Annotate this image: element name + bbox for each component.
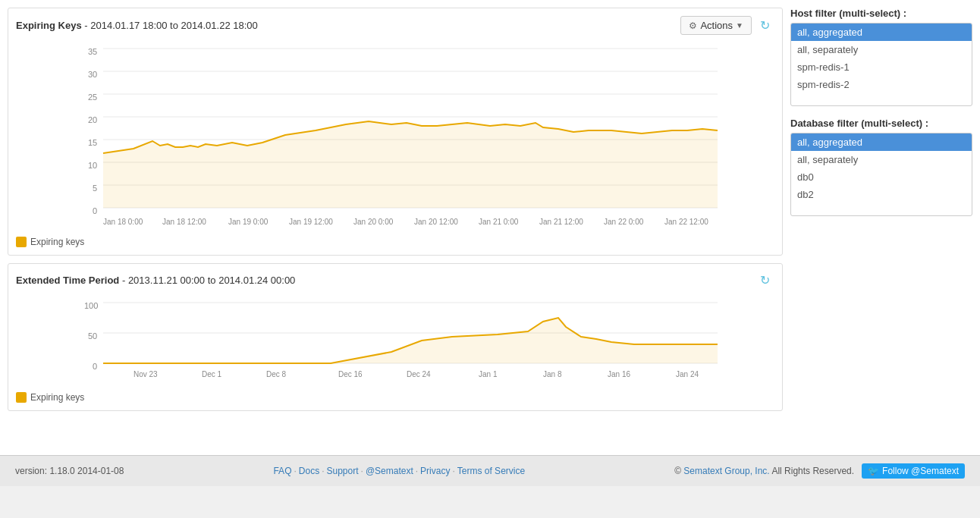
- main-chart-header: Expiring Keys - 2014.01.17 18:00 to 2014…: [16, 16, 774, 35]
- caret-down-icon: ▼: [736, 21, 743, 30]
- main-chart-panel: Expiring Keys - 2014.01.17 18:00 to 2014…: [8, 8, 783, 256]
- y-label-15: 15: [88, 138, 97, 147]
- x-label-jan19-12: Jan 19 12:00: [289, 218, 333, 226]
- ext-x-jan8: Jan 8: [543, 370, 562, 378]
- sep-2: ·: [322, 466, 324, 476]
- sep-5: ·: [452, 466, 454, 476]
- version-value: 1.18.0 2014-01-08: [49, 466, 124, 476]
- extended-chart-title: Extended Time Period - 2013.11.21 00:00 …: [16, 275, 295, 286]
- db-filter-listbox[interactable]: all, aggregated all, separately db0 db2: [790, 133, 972, 216]
- x-label-jan18-0: Jan 18 0:00: [103, 218, 143, 226]
- y-label-30: 30: [88, 70, 97, 79]
- ext-x-jan24: Jan 24: [676, 370, 699, 378]
- x-label-jan20-0: Jan 20 0:00: [353, 218, 394, 226]
- extended-chart-area: [103, 318, 718, 363]
- host-filter-section: Host filter (multi-select) : all, aggreg…: [790, 8, 972, 106]
- x-label-jan21-12: Jan 21 12:00: [539, 218, 583, 226]
- db-option-all-separately[interactable]: all, separately: [791, 151, 972, 168]
- extended-chart-header: Extended Time Period - 2013.11.21 00:00 …: [16, 272, 774, 289]
- db-filter-label: Database filter (multi-select) :: [790, 118, 972, 129]
- x-label-jan20-12: Jan 20 12:00: [414, 218, 458, 226]
- y-label-5: 5: [93, 184, 97, 193]
- db-option-db0[interactable]: db0: [791, 168, 972, 186]
- charts-area: Expiring Keys - 2014.01.17 18:00 to 2014…: [8, 8, 783, 447]
- ext-x-nov23: Nov 23: [133, 370, 158, 378]
- footer-right: © Sematext Group, Inc. All Rights Reserv…: [674, 463, 965, 479]
- footer-link-docs[interactable]: Docs: [299, 466, 319, 476]
- main-chart-area: [103, 121, 718, 208]
- x-label-jan21-0: Jan 21 0:00: [479, 218, 519, 226]
- twitter-follow-link[interactable]: 🐦 Follow @Sematext: [862, 463, 965, 479]
- ext-x-jan16: Jan 16: [608, 370, 630, 378]
- x-label-jan22-0: Jan 22 0:00: [604, 218, 644, 226]
- legend-color-expiring-keys: [16, 237, 27, 247]
- sep-3: ·: [361, 466, 363, 476]
- extended-chart-svg-container: 100 50 0 Nov 23 D: [16, 295, 774, 388]
- main-chart-date-range: 2014.01.17 18:00 to 2014.01.22 18:00: [90, 20, 257, 31]
- footer-version: version: 1.18.0 2014-01-08: [15, 466, 124, 476]
- y-label-0: 0: [93, 206, 97, 215]
- main-chart-refresh-button[interactable]: ↻: [755, 17, 774, 34]
- footer-link-support[interactable]: Support: [327, 466, 359, 476]
- footer-link-faq[interactable]: FAQ: [273, 466, 291, 476]
- x-label-jan22-12: Jan 22 12:00: [664, 218, 708, 226]
- main-chart-svg-container: 35 30 25 20 15 10 5 0: [16, 41, 774, 233]
- y-label-25: 25: [88, 93, 97, 102]
- sep-1: ·: [294, 466, 296, 476]
- x-label-jan18-12: Jan 18 12:00: [162, 218, 206, 226]
- ext-y-label-50: 50: [88, 331, 97, 341]
- copyright-symbol: ©: [674, 466, 681, 476]
- twitter-icon: 🐦: [868, 466, 879, 476]
- host-filter-label: Host filter (multi-select) :: [790, 8, 972, 19]
- footer-link-sematext[interactable]: @Sematext: [366, 466, 413, 476]
- main-legend-label: Expiring keys: [30, 237, 84, 247]
- footer-link-tos[interactable]: Terms of Service: [457, 466, 525, 476]
- main-chart-title: Expiring Keys - 2014.01.17 18:00 to 2014…: [16, 20, 258, 31]
- ext-legend-color: [16, 392, 27, 403]
- footer-link-privacy[interactable]: Privacy: [420, 466, 450, 476]
- ext-y-label-100: 100: [84, 301, 98, 310]
- main-chart-svg: 35 30 25 20 15 10 5 0: [16, 41, 774, 231]
- ext-y-label-0: 0: [93, 362, 97, 371]
- db-option-all-aggregated[interactable]: all, aggregated: [791, 133, 972, 151]
- extended-chart-date-range: 2013.11.21 00:00 to 2014.01.24 00:00: [128, 275, 295, 286]
- host-filter-listbox[interactable]: all, aggregated all, separately spm-redi…: [790, 23, 972, 106]
- footer: version: 1.18.0 2014-01-08 FAQ · Docs · …: [0, 455, 980, 486]
- sematext-link[interactable]: Sematext Group, Inc.: [683, 466, 769, 476]
- host-option-spm-redis-2[interactable]: spm-redis-2: [791, 76, 972, 93]
- extended-chart-separator: -: [122, 275, 128, 286]
- y-label-10: 10: [88, 161, 97, 170]
- ext-x-dec1: Dec 1: [202, 370, 222, 378]
- db-option-db2[interactable]: db2: [791, 186, 972, 203]
- actions-button[interactable]: ⚙ Actions ▼: [680, 16, 752, 35]
- footer-copyright: © Sematext Group, Inc. All Rights Reserv…: [674, 466, 854, 476]
- ext-x-dec8: Dec 8: [266, 370, 287, 378]
- footer-links: FAQ · Docs · Support · @Sematext · Priva…: [273, 466, 525, 476]
- ext-x-jan1: Jan 1: [479, 370, 498, 378]
- db-filter-section: Database filter (multi-select) : all, ag…: [790, 118, 972, 216]
- sidebar: Host filter (multi-select) : all, aggreg…: [790, 8, 972, 447]
- extended-chart-title-text: Extended Time Period: [16, 275, 119, 286]
- all-rights: All Rights Reserved.: [771, 466, 854, 476]
- extended-chart-controls: ↻: [755, 272, 774, 289]
- sep-4: ·: [416, 466, 418, 476]
- extended-chart-legend: Expiring keys: [16, 392, 774, 403]
- x-label-jan19-0: Jan 19 0:00: [228, 218, 269, 226]
- extended-chart-refresh-button[interactable]: ↻: [755, 272, 774, 289]
- main-chart-title-text: Expiring Keys: [16, 20, 82, 31]
- extended-legend-label: Expiring keys: [30, 392, 84, 403]
- extended-chart-panel: Extended Time Period - 2013.11.21 00:00 …: [8, 263, 783, 411]
- gear-icon: ⚙: [689, 20, 697, 31]
- host-option-all-separately[interactable]: all, separately: [791, 41, 972, 58]
- version-label: version:: [15, 466, 47, 476]
- ext-x-dec16: Dec 16: [338, 370, 363, 378]
- host-option-all-aggregated[interactable]: all, aggregated: [791, 24, 972, 41]
- twitter-follow-label: Follow @Sematext: [882, 466, 959, 476]
- y-label-20: 20: [88, 115, 97, 124]
- actions-label: Actions: [700, 20, 733, 31]
- host-option-spm-redis-1[interactable]: spm-redis-1: [791, 58, 972, 76]
- ext-x-dec24: Dec 24: [407, 370, 431, 378]
- y-label-35: 35: [88, 47, 97, 56]
- main-chart-legend: Expiring keys: [16, 237, 774, 247]
- main-chart-controls: ⚙ Actions ▼ ↻: [680, 16, 774, 35]
